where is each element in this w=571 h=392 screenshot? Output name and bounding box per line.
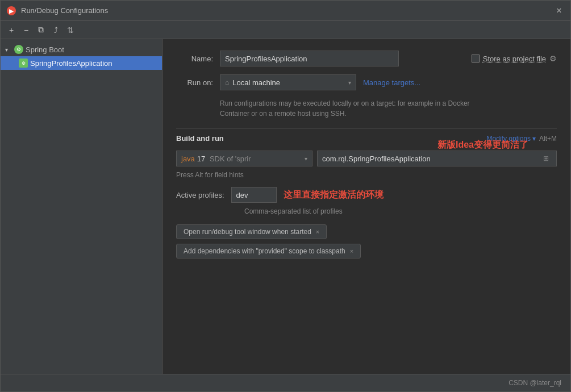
add-dependencies-tag[interactable]: Add dependencies with "provided" scope t…	[176, 244, 361, 258]
modify-options-link[interactable]: Modify options ▾	[487, 135, 536, 143]
name-input[interactable]	[220, 51, 399, 66]
build-run-section-header: Build and run Modify options ▾ Alt+M	[176, 134, 557, 143]
spring-boot-group: ▾ ⚙ Spring Boot ⚙ SpringProfilesApplicat…	[1, 41, 162, 71]
store-as-project-label: Store as project file	[483, 55, 546, 63]
name-row: Name: Store as project file ⚙	[176, 51, 557, 66]
add-config-button[interactable]: +	[5, 24, 18, 36]
name-label: Name:	[176, 55, 213, 63]
run-hint-text: Run configurations may be executed local…	[220, 98, 493, 119]
profiles-row-wrapper: Active profiles: 这里直接指定激活的环境	[176, 187, 557, 203]
store-as-project-container: Store as project file ⚙	[472, 54, 557, 63]
java-sdk-dropdown[interactable]: java 17 SDK of 'sprir ▾	[176, 151, 312, 166]
run-on-value: Local machine	[232, 78, 345, 87]
chevron-down-icon: ▾	[532, 135, 536, 143]
bottom-bar: CSDN @later_rql	[1, 374, 570, 391]
main-class-text: com.rql.SpringProfilesApplication	[322, 155, 538, 163]
active-profiles-input[interactable]	[231, 187, 277, 203]
app-icon: ▶	[6, 6, 16, 16]
run-on-dropdown[interactable]: ⌂ Local machine ▾	[220, 74, 356, 90]
toolbar: + − ⧉ ⤴ ⇅	[1, 21, 570, 39]
config-item[interactable]: ⚙ SpringProfilesApplication	[1, 56, 162, 70]
main-content: ▾ ⚙ Spring Boot ⚙ SpringProfilesApplicat…	[1, 39, 570, 374]
spring-boot-group-header[interactable]: ▾ ⚙ Spring Boot	[1, 43, 162, 56]
gear-icon[interactable]: ⚙	[549, 54, 557, 63]
config-item-label: SpringProfilesApplication	[30, 59, 112, 68]
tag-buttons-container: Open run/debug tool window when started …	[176, 224, 557, 263]
close-button[interactable]: ×	[553, 5, 565, 16]
right-panel: Name: Store as project file ⚙ Run on: ⌂ …	[162, 39, 570, 374]
java-sdk-text: SDK of 'sprir	[207, 155, 302, 163]
title-text: Run/Debug Configurations	[21, 6, 553, 15]
credit-text: CSDN @later_rql	[509, 379, 561, 387]
remove-config-button[interactable]: −	[20, 24, 32, 36]
run-on-row: Run on: ⌂ Local machine ▾ Manage targets…	[176, 74, 557, 90]
open-tool-window-label: Open run/debug tool window when started	[184, 228, 311, 236]
chinese-annotation-2: 这里直接指定激活的环境	[284, 189, 384, 201]
chevron-down-icon: ▾	[348, 80, 351, 86]
build-run-row: java 17 SDK of 'sprir ▾ com.rql.SpringPr…	[176, 151, 557, 166]
title-bar: ▶ Run/Debug Configurations ×	[1, 1, 570, 21]
chevron-down-icon: ▾	[305, 156, 307, 162]
left-panel: ▾ ⚙ Spring Boot ⚙ SpringProfilesApplicat…	[1, 39, 162, 374]
section-title: Build and run	[176, 134, 224, 143]
spring-boot-icon: ⚙	[14, 45, 23, 54]
browse-class-button[interactable]: ⊞	[540, 153, 552, 164]
divider	[176, 128, 557, 128]
group-label: Spring Boot	[26, 45, 64, 54]
manage-targets-link[interactable]: Manage targets...	[363, 78, 420, 87]
shortcut-hint: Alt+M	[539, 135, 557, 143]
open-tool-window-tag[interactable]: Open run/debug tool window when started …	[176, 224, 327, 239]
run-on-label: Run on:	[176, 78, 213, 87]
home-icon: ⌂	[225, 78, 229, 86]
chevron-down-icon: ▾	[5, 47, 12, 53]
java-version: 17	[197, 155, 205, 163]
run-debug-dialog: ▶ Run/Debug Configurations × + − ⧉ ⤴ ⇅ ▾…	[0, 0, 571, 392]
build-run-row-wrapper: java 17 SDK of 'sprir ▾ com.rql.SpringPr…	[176, 151, 557, 166]
main-class-container: com.rql.SpringProfilesApplication ⊞	[317, 151, 557, 166]
modify-options-container: Modify options ▾ Alt+M	[487, 135, 557, 143]
close-tag2-button[interactable]: ×	[350, 248, 353, 255]
active-profiles-label: Active profiles:	[176, 191, 224, 199]
active-profiles-row: Active profiles: 这里直接指定激活的环境	[176, 187, 557, 203]
field-hints-text: Press Alt for field hints	[176, 171, 557, 179]
svg-text:▶: ▶	[9, 8, 14, 14]
modify-options-label: Modify options	[487, 135, 531, 143]
config-icon: ⚙	[19, 59, 28, 68]
sort-config-button[interactable]: ⇅	[64, 24, 77, 36]
move-config-button[interactable]: ⤴	[49, 24, 62, 36]
comma-hint-text: Comma-separated list of profiles	[244, 207, 557, 215]
copy-config-button[interactable]: ⧉	[35, 24, 47, 36]
add-dependencies-label: Add dependencies with "provided" scope t…	[184, 247, 345, 255]
java-keyword: java	[181, 155, 195, 163]
store-as-project-checkbox[interactable]	[472, 55, 480, 62]
close-tag1-button[interactable]: ×	[316, 228, 319, 235]
